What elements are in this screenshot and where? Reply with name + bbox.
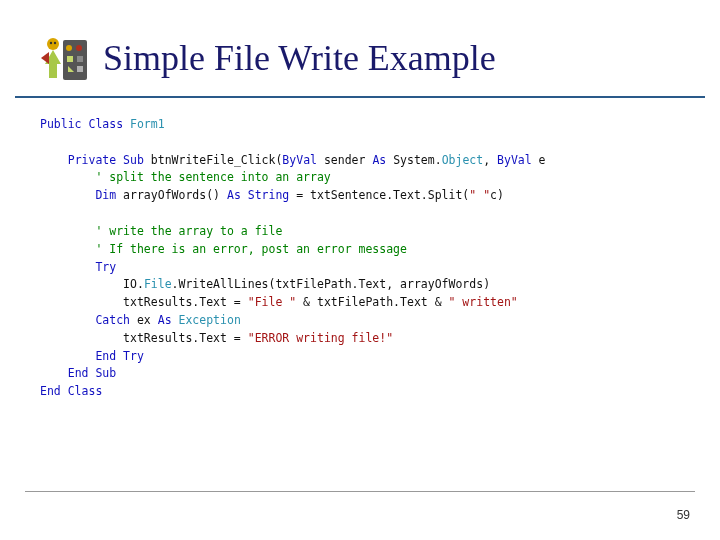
code-txt: c) [490,188,504,202]
code-txt: arrayOfWords() [116,188,227,202]
code-kw: As [158,313,172,327]
code-kw: As [372,153,386,167]
code-kw: Public Class [40,117,123,131]
code-kw: End Sub [68,366,116,380]
svg-rect-0 [63,40,87,80]
code-txt: btnWriteFile_Click( [144,153,282,167]
svg-rect-3 [67,56,73,62]
code-kw: As String [227,188,289,202]
code-txt: , [483,153,497,167]
code-kw: ByVal [282,153,317,167]
code-kw: ByVal [497,153,532,167]
code-kw: Catch [95,313,130,327]
slide-header: Simple File Write Example [15,0,705,98]
page-number: 59 [677,508,690,522]
code-txt: = txtSentence.Text.Split( [289,188,469,202]
code-type: Object [442,153,484,167]
svg-point-1 [66,45,72,51]
code-txt: txtResults.Text = [123,331,248,345]
code-kw: End Class [40,384,102,398]
code-block: Public Class Form1 Private Sub btnWriteF… [0,98,720,411]
code-type: Form1 [123,117,165,131]
logo-icon [35,30,91,86]
svg-point-7 [47,38,59,50]
code-kw: Private Sub [68,153,144,167]
code-txt: .WriteAllLines(txtFilePath.Text, arrayOf… [172,277,491,291]
code-str: "ERROR writing file!" [248,331,393,345]
code-kw: Try [95,260,116,274]
code-type: File [144,277,172,291]
code-kw: End Try [95,349,143,363]
code-txt: txtResults.Text = [123,295,248,309]
code-comment: ' write the array to a file [95,224,282,238]
code-comment: ' If there is an error, post an error me… [95,242,407,256]
code-txt: System. [386,153,441,167]
svg-point-8 [50,42,52,44]
code-str: " " [469,188,490,202]
svg-point-2 [76,45,82,51]
svg-point-9 [54,42,56,44]
code-txt: e [532,153,546,167]
code-str: " written" [449,295,518,309]
footer-divider [25,491,695,492]
svg-rect-6 [77,66,83,72]
code-txt: ex [130,313,158,327]
code-kw: Dim [95,188,116,202]
code-txt: sender [317,153,372,167]
code-txt: & txtFilePath.Text & [296,295,448,309]
svg-rect-4 [77,56,83,62]
code-str: "File " [248,295,296,309]
code-type: Exception [172,313,241,327]
svg-marker-10 [41,52,49,64]
code-comment: ' split the sentence into an array [95,170,330,184]
slide-title: Simple File Write Example [103,37,496,79]
code-txt: IO. [123,277,144,291]
